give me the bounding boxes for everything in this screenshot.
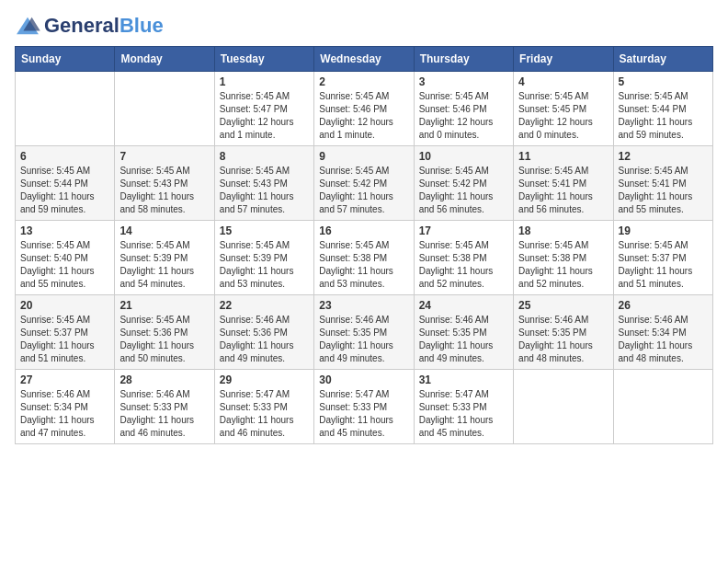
- calendar-cell: 13Sunrise: 5:45 AM Sunset: 5:40 PM Dayli…: [16, 221, 115, 295]
- calendar-week-row: 27Sunrise: 5:46 AM Sunset: 5:34 PM Dayli…: [16, 370, 713, 444]
- day-number: 15: [220, 224, 309, 237]
- weekday-header-tuesday: Tuesday: [214, 47, 313, 72]
- calendar-week-row: 6Sunrise: 5:45 AM Sunset: 5:44 PM Daylig…: [16, 146, 713, 221]
- calendar-cell: 19Sunrise: 5:45 AM Sunset: 5:37 PM Dayli…: [613, 221, 712, 295]
- day-number: 17: [419, 224, 508, 237]
- page-header: GeneralBlue: [15, 15, 713, 37]
- calendar-cell: 31Sunrise: 5:47 AM Sunset: 5:33 PM Dayli…: [414, 370, 513, 444]
- day-info: Sunrise: 5:45 AM Sunset: 5:43 PM Dayligh…: [119, 165, 209, 216]
- weekday-header-monday: Monday: [115, 47, 214, 72]
- calendar-cell: 10Sunrise: 5:45 AM Sunset: 5:42 PM Dayli…: [414, 146, 513, 221]
- calendar-cell: [115, 72, 214, 146]
- day-info: Sunrise: 5:46 AM Sunset: 5:36 PM Dayligh…: [220, 314, 309, 365]
- day-info: Sunrise: 5:46 AM Sunset: 5:35 PM Dayligh…: [319, 314, 408, 365]
- weekday-header-wednesday: Wednesday: [314, 47, 414, 72]
- calendar-week-row: 1Sunrise: 5:45 AM Sunset: 5:47 PM Daylig…: [16, 72, 713, 146]
- calendar-cell: 8Sunrise: 5:45 AM Sunset: 5:43 PM Daylig…: [214, 146, 313, 221]
- logo: GeneralBlue: [15, 15, 164, 37]
- weekday-header-friday: Friday: [514, 47, 613, 72]
- calendar-cell: 5Sunrise: 5:45 AM Sunset: 5:44 PM Daylig…: [613, 72, 712, 146]
- day-info: Sunrise: 5:45 AM Sunset: 5:46 PM Dayligh…: [419, 90, 508, 142]
- day-info: Sunrise: 5:46 AM Sunset: 5:35 PM Dayligh…: [518, 314, 608, 365]
- weekday-header-thursday: Thursday: [414, 47, 513, 72]
- day-info: Sunrise: 5:45 AM Sunset: 5:44 PM Dayligh…: [619, 90, 708, 142]
- day-number: 30: [319, 373, 408, 386]
- day-number: 29: [220, 373, 309, 386]
- day-number: 12: [619, 150, 708, 163]
- day-number: 7: [119, 150, 209, 163]
- weekday-header-sunday: Sunday: [16, 47, 115, 72]
- calendar-cell: 29Sunrise: 5:47 AM Sunset: 5:33 PM Dayli…: [214, 370, 313, 444]
- calendar-cell: 9Sunrise: 5:45 AM Sunset: 5:42 PM Daylig…: [314, 146, 414, 221]
- calendar-cell: 24Sunrise: 5:46 AM Sunset: 5:35 PM Dayli…: [414, 295, 513, 370]
- calendar-table: SundayMondayTuesdayWednesdayThursdayFrid…: [15, 46, 713, 444]
- day-number: 23: [319, 299, 408, 312]
- day-info: Sunrise: 5:45 AM Sunset: 5:40 PM Dayligh…: [20, 239, 109, 291]
- weekday-header-saturday: Saturday: [613, 47, 712, 72]
- day-number: 31: [419, 373, 508, 386]
- day-info: Sunrise: 5:45 AM Sunset: 5:39 PM Dayligh…: [220, 239, 309, 291]
- calendar-cell: [16, 72, 115, 146]
- day-number: 21: [119, 299, 209, 312]
- day-number: 9: [319, 150, 408, 163]
- day-number: 18: [518, 224, 608, 237]
- day-info: Sunrise: 5:45 AM Sunset: 5:38 PM Dayligh…: [419, 239, 508, 291]
- day-number: 28: [119, 373, 209, 386]
- calendar-cell: 17Sunrise: 5:45 AM Sunset: 5:38 PM Dayli…: [414, 221, 513, 295]
- weekday-header-row: SundayMondayTuesdayWednesdayThursdayFrid…: [16, 47, 713, 72]
- day-number: 14: [119, 224, 209, 237]
- calendar-week-row: 13Sunrise: 5:45 AM Sunset: 5:40 PM Dayli…: [16, 221, 713, 295]
- day-number: 11: [518, 150, 608, 163]
- day-info: Sunrise: 5:47 AM Sunset: 5:33 PM Dayligh…: [319, 388, 408, 440]
- day-number: 25: [518, 299, 608, 312]
- calendar-cell: 2Sunrise: 5:45 AM Sunset: 5:46 PM Daylig…: [314, 72, 414, 146]
- day-number: 2: [319, 75, 408, 88]
- day-info: Sunrise: 5:46 AM Sunset: 5:34 PM Dayligh…: [619, 314, 708, 365]
- day-info: Sunrise: 5:45 AM Sunset: 5:37 PM Dayligh…: [20, 314, 109, 365]
- day-number: 27: [20, 373, 109, 386]
- logo-icon: [15, 16, 40, 36]
- calendar-cell: 4Sunrise: 5:45 AM Sunset: 5:45 PM Daylig…: [514, 72, 613, 146]
- day-number: 24: [419, 299, 508, 312]
- calendar-cell: 22Sunrise: 5:46 AM Sunset: 5:36 PM Dayli…: [214, 295, 313, 370]
- day-number: 13: [20, 224, 109, 237]
- day-number: 5: [619, 75, 708, 88]
- calendar-cell: 30Sunrise: 5:47 AM Sunset: 5:33 PM Dayli…: [314, 370, 414, 444]
- calendar-cell: 21Sunrise: 5:45 AM Sunset: 5:36 PM Dayli…: [115, 295, 214, 370]
- day-number: 16: [319, 224, 408, 237]
- day-number: 8: [220, 150, 309, 163]
- calendar-cell: 11Sunrise: 5:45 AM Sunset: 5:41 PM Dayli…: [514, 146, 613, 221]
- day-info: Sunrise: 5:45 AM Sunset: 5:45 PM Dayligh…: [518, 90, 608, 142]
- calendar-cell: 1Sunrise: 5:45 AM Sunset: 5:47 PM Daylig…: [214, 72, 313, 146]
- calendar-cell: [514, 370, 613, 444]
- day-info: Sunrise: 5:45 AM Sunset: 5:46 PM Dayligh…: [319, 90, 408, 142]
- day-number: 6: [20, 150, 109, 163]
- calendar-cell: 28Sunrise: 5:46 AM Sunset: 5:33 PM Dayli…: [115, 370, 214, 444]
- day-info: Sunrise: 5:46 AM Sunset: 5:33 PM Dayligh…: [119, 388, 209, 440]
- day-number: 22: [220, 299, 309, 312]
- calendar-cell: 12Sunrise: 5:45 AM Sunset: 5:41 PM Dayli…: [613, 146, 712, 221]
- day-number: 19: [619, 224, 708, 237]
- day-info: Sunrise: 5:45 AM Sunset: 5:37 PM Dayligh…: [619, 239, 708, 291]
- logo-name: GeneralBlue: [44, 15, 164, 37]
- day-number: 26: [619, 299, 708, 312]
- day-info: Sunrise: 5:45 AM Sunset: 5:41 PM Dayligh…: [619, 165, 708, 216]
- calendar-cell: 25Sunrise: 5:46 AM Sunset: 5:35 PM Dayli…: [514, 295, 613, 370]
- calendar-cell: 26Sunrise: 5:46 AM Sunset: 5:34 PM Dayli…: [613, 295, 712, 370]
- day-number: 10: [419, 150, 508, 163]
- day-info: Sunrise: 5:46 AM Sunset: 5:35 PM Dayligh…: [419, 314, 508, 365]
- calendar-week-row: 20Sunrise: 5:45 AM Sunset: 5:37 PM Dayli…: [16, 295, 713, 370]
- calendar-cell: 16Sunrise: 5:45 AM Sunset: 5:38 PM Dayli…: [314, 221, 414, 295]
- calendar-cell: 14Sunrise: 5:45 AM Sunset: 5:39 PM Dayli…: [115, 221, 214, 295]
- day-info: Sunrise: 5:47 AM Sunset: 5:33 PM Dayligh…: [220, 388, 309, 440]
- calendar-cell: 20Sunrise: 5:45 AM Sunset: 5:37 PM Dayli…: [16, 295, 115, 370]
- day-info: Sunrise: 5:45 AM Sunset: 5:47 PM Dayligh…: [220, 90, 309, 142]
- day-info: Sunrise: 5:45 AM Sunset: 5:38 PM Dayligh…: [319, 239, 408, 291]
- day-number: 4: [518, 75, 608, 88]
- day-info: Sunrise: 5:45 AM Sunset: 5:36 PM Dayligh…: [119, 314, 209, 365]
- day-info: Sunrise: 5:45 AM Sunset: 5:41 PM Dayligh…: [518, 165, 608, 216]
- day-number: 3: [419, 75, 508, 88]
- day-info: Sunrise: 5:45 AM Sunset: 5:38 PM Dayligh…: [518, 239, 608, 291]
- calendar-cell: 7Sunrise: 5:45 AM Sunset: 5:43 PM Daylig…: [115, 146, 214, 221]
- calendar-cell: 27Sunrise: 5:46 AM Sunset: 5:34 PM Dayli…: [16, 370, 115, 444]
